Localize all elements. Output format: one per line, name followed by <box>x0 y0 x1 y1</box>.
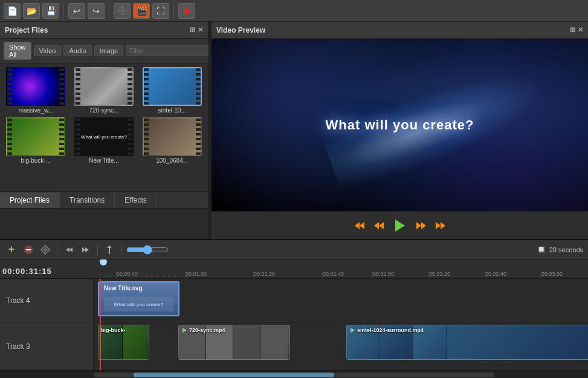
timeline-jump-start-button[interactable] <box>62 243 76 256</box>
clip-newtitle[interactable]: New Title.svg What will you create? <box>98 281 179 316</box>
clip-newtitle-preview: What will you create? <box>104 297 173 311</box>
timecode-label-4: 00:02:00 <box>373 271 394 277</box>
tracks-area: Track 4 New Title.svg What will you crea… <box>0 279 588 371</box>
filter-tab-image[interactable]: Image <box>94 45 124 56</box>
timecode-label-7: 00:03:00 <box>541 271 563 277</box>
fast-forward-end-button[interactable] <box>435 220 447 232</box>
svg-marker-0 <box>355 222 364 229</box>
media-item-100_0684[interactable]: 100_0684... <box>140 117 204 164</box>
open-button[interactable]: 📂 <box>23 3 40 19</box>
media-grid: massive_w... 720-sync... sintel-10... bi… <box>0 64 208 191</box>
svg-marker-2 <box>379 222 384 229</box>
preview-overlay-text: What will you create? <box>326 117 474 133</box>
tl-sep-1 <box>57 244 57 255</box>
playhead-line-track3 <box>100 322 101 370</box>
panel-close-icon[interactable]: ✕ <box>198 26 203 34</box>
top-section: Project Files ⊞ ✕ Show All Video Audio I… <box>0 22 588 239</box>
media-thumb-sintel <box>143 67 202 106</box>
timeline-jump-end-button[interactable] <box>79 243 92 256</box>
save-button[interactable]: 💾 <box>42 3 59 19</box>
timeline-section: + 🔲 20 seconds <box>0 239 588 378</box>
720sync-play-icon <box>181 327 187 333</box>
zoom-slider[interactable] <box>126 245 169 255</box>
media-item-sintel[interactable]: sintel-10... <box>140 67 204 114</box>
tab-effects[interactable]: Effects <box>115 192 157 208</box>
app-wrapper: 📄 📂 💾 ↩ ↪ ➕ 🎬 ⛶ ⏺ Project Files ⊞ ✕ S <box>0 0 588 378</box>
track-row-4: Track 4 New Title.svg What will you crea… <box>0 279 588 322</box>
remove-track-button[interactable] <box>22 243 35 256</box>
filter-tab-show-all[interactable]: Show All <box>4 42 31 60</box>
media-label-720sync: 720-sync... <box>72 107 137 114</box>
toolbar: 📄 📂 💾 ↩ ↪ ➕ 🎬 ⛶ ⏺ <box>0 0 588 22</box>
clip-bigbuck[interactable]: big-buck- <box>98 325 149 360</box>
panel-expand-icon[interactable]: ⊞ <box>190 26 195 34</box>
track-4-label: Track 4 <box>0 279 94 322</box>
playhead-line-track4 <box>100 279 101 322</box>
scrollbar-track[interactable] <box>94 373 494 377</box>
media-item-newtitle[interactable]: What will you create? New Title... <box>72 117 137 164</box>
filter-tab-video[interactable]: Video <box>34 45 62 56</box>
toolbar-separator-1 <box>63 4 64 18</box>
sintel-play-icon <box>349 327 355 333</box>
add-track-button[interactable]: + <box>5 243 18 256</box>
record-button[interactable]: ⏺ <box>178 3 195 19</box>
tab-content <box>0 209 208 239</box>
clip-sintel[interactable]: sintel-1024-surround.mp4 <box>346 325 588 360</box>
scrollbar-thumb[interactable] <box>134 373 334 377</box>
clip-sintel-label: sintel-1024-surround.mp4 <box>357 327 424 333</box>
media-label-100_0684: 100_0684... <box>140 157 204 164</box>
tab-transitions[interactable]: Transitions <box>60 192 115 208</box>
clip-bigbuck-label: big-buck- <box>101 327 126 333</box>
bottom-tabs-area: Project Files Transitions Effects <box>0 191 208 239</box>
tab-project-files[interactable]: Project Files <box>0 192 60 208</box>
new-button[interactable]: 📄 <box>4 3 21 19</box>
zoom-out-icon[interactable]: 🔲 <box>537 246 546 253</box>
clip-newtitle-inner: New Title.svg What will you create? <box>99 282 178 315</box>
track-row-3: Track 3 big-buck- <box>0 322 588 371</box>
media-item-massive[interactable]: massive_w... <box>4 67 68 114</box>
preview-expand-icon[interactable]: ⊞ <box>570 26 575 34</box>
filter-bar: Show All Video Audio Image 🔍 <box>0 39 208 64</box>
timecode-label-5: 00:02:20 <box>429 271 450 277</box>
media-item-720sync[interactable]: 720-sync... <box>72 67 137 114</box>
tab-bar: Project Files Transitions Effects <box>0 192 208 209</box>
rewind-button[interactable] <box>373 220 385 232</box>
filter-tab-audio[interactable]: Audio <box>63 45 91 56</box>
fullscreen-button[interactable]: ⛶ <box>152 3 169 19</box>
toolbar-separator-3 <box>173 4 174 18</box>
playback-controls <box>212 211 588 239</box>
redo-button[interactable]: ↪ <box>88 3 105 19</box>
filter-input[interactable] <box>126 45 216 56</box>
timecode-label-3: 00:01:40 <box>323 271 344 277</box>
timecode-label-1: 00:01:00 <box>186 271 207 277</box>
preview-close-icon[interactable]: ✕ <box>578 26 583 34</box>
clip-sintel-label-wrapper: sintel-1024-surround.mp4 <box>349 327 424 333</box>
timeline-toolbar: + 🔲 20 seconds <box>0 240 588 259</box>
preview-title: Video Preview <box>216 26 265 34</box>
play-button[interactable] <box>392 218 408 233</box>
clip-newtitle-label: New Title.svg <box>104 285 143 292</box>
timecode-label-6: 00:02:40 <box>485 271 506 277</box>
newtitle-thumb-text: What will you create? <box>76 119 132 155</box>
undo-button[interactable]: ↩ <box>68 3 85 19</box>
timeline-content: 00:00:31:15 00:00:40 00:01:00 00:01:20 0… <box>0 259 588 378</box>
tl-sep-3 <box>121 244 121 255</box>
enable-razor-button[interactable] <box>39 243 52 256</box>
media-item-bigbuck[interactable]: big-buck-... <box>4 117 68 164</box>
clip-720sync[interactable]: 720-sync.mp4 <box>178 325 290 360</box>
svg-marker-10 <box>43 247 48 252</box>
media-label-sintel: sintel-10... <box>140 107 204 114</box>
svg-marker-1 <box>374 222 379 229</box>
rewind-start-button[interactable] <box>354 220 366 232</box>
clip-newtitle-preview-text: What will you create? <box>114 302 164 307</box>
svg-rect-8 <box>26 249 31 250</box>
center-playhead-button[interactable] <box>103 243 116 256</box>
fast-forward-button[interactable] <box>415 220 427 232</box>
import-button[interactable]: ➕ <box>114 3 131 19</box>
media-thumb-720sync <box>74 67 134 106</box>
project-files-header: Project Files ⊞ ✕ <box>0 22 208 39</box>
right-panel: Video Preview ⊞ ✕ What will you create? <box>212 22 588 239</box>
export-button[interactable]: 🎬 <box>133 3 150 19</box>
tl-sep-2 <box>97 244 98 255</box>
frame-2 <box>123 325 147 359</box>
